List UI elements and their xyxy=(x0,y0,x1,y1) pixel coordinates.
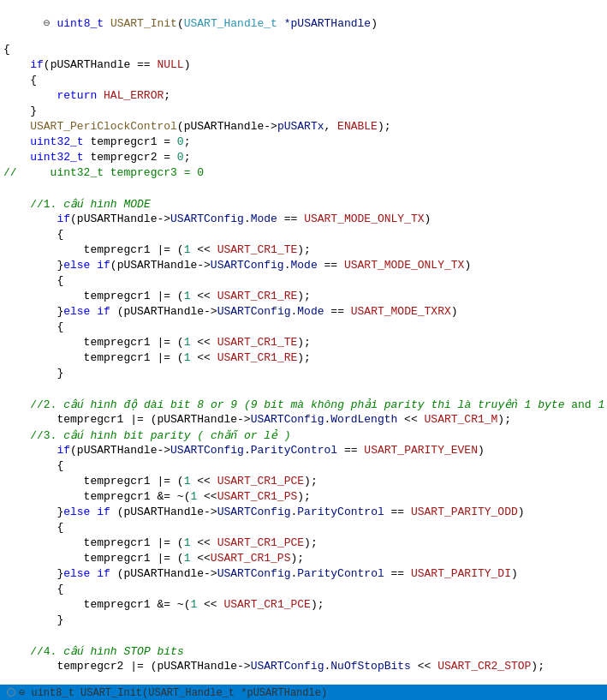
code-line-33: { xyxy=(0,521,607,536)
code-line-8: uint32_t tempregcr1 = 0; xyxy=(0,135,607,151)
code-line-17: { xyxy=(0,274,607,290)
function-signature: ⊖ uint8_t USART_Init(USART_Handle_t *pUS… xyxy=(19,686,327,699)
code-line-42: tempregcr2 |= (pUSARTHandle->USARTConfig… xyxy=(0,660,607,675)
code-line-37: { xyxy=(0,583,607,598)
code-line-3: if(pUSARTHandle == NULL) xyxy=(0,58,607,74)
code-line-6: } xyxy=(0,105,607,120)
code-line-24 xyxy=(0,382,607,398)
code-line-5: return HAL_ERROR; xyxy=(0,89,607,105)
code-line-21: tempregcr1 |= (1 << USART_CR1_TE); xyxy=(0,336,607,351)
func-indicator: ⊖ uint8_t USART_Init(USART_Handle_t *pUS… xyxy=(7,686,327,699)
code-line-36: }else if (pUSARTHandle->USARTConfig.Pari… xyxy=(0,567,607,583)
code-line-2: { xyxy=(0,43,607,58)
code-line-40 xyxy=(0,629,607,644)
code-line-19: }else if (pUSARTHandle->USARTConfig.Mode… xyxy=(0,305,607,320)
code-line-41: //4. cấu hình STOP bits xyxy=(0,644,607,660)
code-line-25: //2. cấu hình độ dài bit 8 or 9 (9 bit m… xyxy=(0,398,607,413)
code-line-30: tempregcr1 |= (1 << USART_CR1_PCE); xyxy=(0,475,607,490)
code-line-7: USART_PeriClockControl(pUSARTHandle->pUS… xyxy=(0,120,607,135)
code-line-39: } xyxy=(0,613,607,629)
code-line-12: //1. cấu hình MODE xyxy=(0,197,607,212)
code-line-35: tempregcr1 |= (1 <<USART_CR1_PS); xyxy=(0,552,607,567)
code-line-29: { xyxy=(0,459,607,475)
code-line-23: } xyxy=(0,367,607,382)
status-bar: ⊖ uint8_t USART_Init(USART_Handle_t *pUS… xyxy=(0,685,607,700)
code-line-34: tempregcr1 |= (1 << USART_CR1_PCE); xyxy=(0,536,607,552)
collapse-icon[interactable]: ⊖ xyxy=(44,17,57,30)
code-line-27: //3. cấu hình bit parity ( chẵn or lẻ ) xyxy=(0,428,607,444)
code-line-4: { xyxy=(0,74,607,89)
code-line-32: }else if (pUSARTHandle->USARTConfig.Pari… xyxy=(0,506,607,521)
code-line-20: { xyxy=(0,320,607,336)
code-line-10: // uint32_t tempregcr3 = 0 xyxy=(0,166,607,182)
code-line-16: }else if(pUSARTHandle->USARTConfig.Mode … xyxy=(0,259,607,274)
code-line-11 xyxy=(0,182,607,197)
code-line-18: tempregcr1 |= (1 << USART_CR1_RE); xyxy=(0,290,607,305)
function-scope-icon xyxy=(7,688,15,697)
code-line-15: tempregcr1 |= (1 << USART_CR1_TE); xyxy=(0,243,607,259)
code-line-31: tempregcr1 &= ~(1 <<USART_CR1_PS); xyxy=(0,490,607,506)
code-line-1: ⊖ uint8_t USART_Init(USART_Handle_t *pUS… xyxy=(0,3,607,43)
code-line-13: if(pUSARTHandle->USARTConfig.Mode == USA… xyxy=(0,212,607,228)
code-line-9: uint32_t tempregcr2 = 0; xyxy=(0,151,607,166)
code-line-22: tempregcr1 |= (1 << USART_CR1_RE); xyxy=(0,351,607,367)
code-line-38: tempregcr1 &= ~(1 << USART_CR1_PCE); xyxy=(0,598,607,613)
code-line-14: { xyxy=(0,228,607,243)
code-container: ⊖ uint8_t USART_Init(USART_Handle_t *pUS… xyxy=(0,0,607,700)
code-line-26: tempregcr1 |= (pUSARTHandle->USARTConfig… xyxy=(0,413,607,428)
code-text: ⊖ uint8_t USART_Init(USART_Handle_t *pUS… xyxy=(3,3,604,43)
code-line-28: if(pUSARTHandle->USARTConfig.ParityContr… xyxy=(0,444,607,459)
